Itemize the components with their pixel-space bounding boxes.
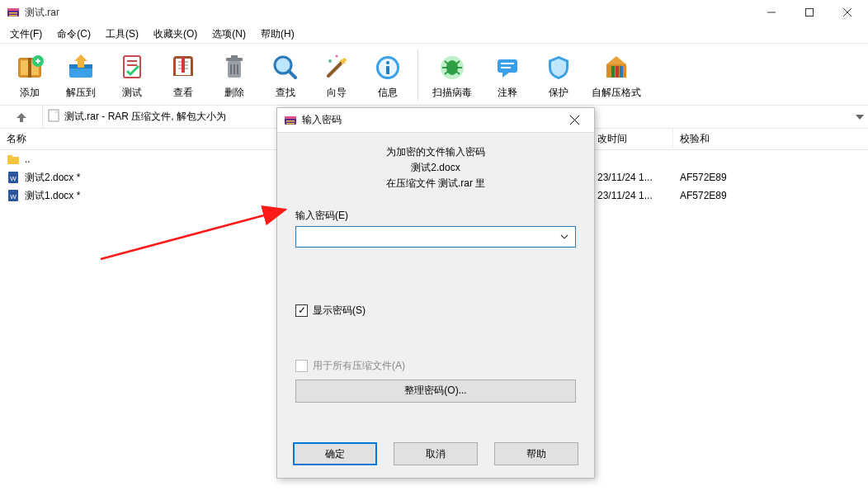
password-combobox[interactable] xyxy=(295,226,576,248)
protect-icon xyxy=(540,51,577,84)
row-name: 测试1.docx * xyxy=(25,189,80,203)
svg-line-31 xyxy=(289,71,295,78)
cancel-button-label: 取消 xyxy=(426,447,446,461)
menu-commands[interactable]: 命令(C) xyxy=(50,26,97,43)
svg-rect-64 xyxy=(285,116,296,119)
toolbar-test[interactable]: 测试 xyxy=(107,50,157,101)
svg-point-35 xyxy=(336,54,338,57)
toolbar-test-label: 测试 xyxy=(122,86,142,100)
toolbar-delete-label: 删除 xyxy=(224,86,244,100)
column-crc[interactable]: 校验和 xyxy=(673,129,764,149)
dialog-heading-line2: 测试2.docx xyxy=(295,160,576,176)
virus-scan-icon xyxy=(434,51,470,84)
cancel-button[interactable]: 取消 xyxy=(394,442,478,465)
close-button[interactable] xyxy=(828,0,866,25)
svg-point-38 xyxy=(386,61,389,64)
svg-text:W: W xyxy=(10,193,17,200)
svg-rect-26 xyxy=(231,55,238,58)
organize-passwords-button[interactable]: 整理密码(O)... xyxy=(295,380,576,403)
checkbox-icon xyxy=(295,304,308,317)
toolbar-separator xyxy=(417,50,418,101)
maximize-button[interactable] xyxy=(790,0,828,25)
window-title: 测试.rar xyxy=(25,6,59,20)
menu-favorites[interactable]: 收藏夹(O) xyxy=(147,26,204,43)
archive-add-icon xyxy=(12,51,48,84)
password-label: 输入密码(E) xyxy=(295,209,576,223)
svg-rect-53 xyxy=(620,66,623,78)
toolbar: 添加 解压到 测试 查看 删除 查找 向导 信息 扫描病毒 注释 保护 xyxy=(0,43,868,106)
toolbar-find-label: 查找 xyxy=(276,86,295,100)
use-for-all-checkbox[interactable]: 用于所有压缩文件(A) xyxy=(295,359,576,373)
svg-marker-50 xyxy=(606,56,626,64)
svg-rect-39 xyxy=(386,66,389,74)
svg-rect-2 xyxy=(9,12,17,14)
window-controls xyxy=(752,0,866,25)
toolbar-delete[interactable]: 删除 xyxy=(210,50,259,101)
dialog-heading-line3: 在压缩文件 测试.rar 里 xyxy=(295,176,576,191)
svg-text:W: W xyxy=(10,175,17,182)
password-dialog: 输入密码 为加密的文件输入密码 测试2.docx 在压缩文件 测试.rar 里 … xyxy=(276,107,595,479)
cell-mtime: 23/11/24 1... xyxy=(594,190,673,201)
pathbar-dropdown[interactable] xyxy=(851,106,868,128)
checkbox-icon xyxy=(295,360,308,372)
help-button[interactable]: 帮助 xyxy=(494,442,578,465)
menu-tools[interactable]: 工具(S) xyxy=(99,26,145,43)
docx-icon: W xyxy=(7,189,20,202)
svg-rect-23 xyxy=(182,56,185,73)
column-mtime-label: 改时间 xyxy=(597,133,627,144)
file-icon xyxy=(48,109,59,125)
pathbar-up-button[interactable] xyxy=(0,106,43,128)
svg-rect-52 xyxy=(616,66,619,78)
row-up-name: .. xyxy=(25,153,31,165)
menu-help[interactable]: 帮助(H) xyxy=(254,26,301,43)
svg-line-70 xyxy=(101,210,285,259)
svg-rect-51 xyxy=(611,66,615,78)
toolbar-extract-to[interactable]: 解压到 xyxy=(56,50,106,101)
toolbar-protect-label: 保护 xyxy=(549,86,568,100)
toolbar-add-label: 添加 xyxy=(20,86,40,100)
toolbar-add[interactable]: 添加 xyxy=(5,50,54,101)
svg-rect-25 xyxy=(226,58,243,61)
cell-crc: AF572E89 xyxy=(673,190,764,201)
toolbar-sfx[interactable]: 自解压格式 xyxy=(585,50,648,101)
dialog-heading: 为加密的文件输入密码 测试2.docx 在压缩文件 测试.rar 里 xyxy=(295,144,576,192)
toolbar-comment-label: 注释 xyxy=(498,86,517,100)
menu-options[interactable]: 选项(N) xyxy=(205,26,252,43)
toolbar-view[interactable]: 查看 xyxy=(158,50,208,101)
chevron-down-icon xyxy=(560,234,568,239)
toolbar-info[interactable]: 信息 xyxy=(363,50,413,101)
toolbar-wizard[interactable]: 向导 xyxy=(312,50,361,101)
row-name: 测试2.docx * xyxy=(25,171,80,185)
svg-point-34 xyxy=(328,59,332,63)
toolbar-protect[interactable]: 保护 xyxy=(534,50,583,101)
view-icon xyxy=(165,51,201,84)
help-button-label: 帮助 xyxy=(526,447,546,461)
cell-crc: AF572E89 xyxy=(673,172,764,183)
svg-rect-54 xyxy=(49,110,59,121)
dialog-title: 输入密码 xyxy=(302,113,558,127)
toolbar-extract-to-label: 解压到 xyxy=(66,86,96,100)
toolbar-virus-scan[interactable]: 扫描病毒 xyxy=(423,50,481,101)
find-icon xyxy=(267,51,304,84)
dialog-body: 为加密的文件输入密码 测试2.docx 在压缩文件 测试.rar 里 输入密码(… xyxy=(277,133,594,438)
column-name-label: 名称 xyxy=(7,132,26,146)
password-dropdown-arrow[interactable] xyxy=(557,234,572,239)
svg-rect-57 xyxy=(7,157,19,164)
folder-up-icon xyxy=(7,153,20,166)
svg-marker-46 xyxy=(502,73,509,78)
dialog-titlebar[interactable]: 输入密码 xyxy=(277,108,594,133)
toolbar-find[interactable]: 查找 xyxy=(261,50,310,101)
menubar: 文件(F) 命令(C) 工具(S) 收藏夹(O) 选项(N) 帮助(H) xyxy=(0,25,868,43)
menu-file[interactable]: 文件(F) xyxy=(3,26,49,43)
show-password-checkbox[interactable]: 显示密码(S) xyxy=(295,304,576,318)
toolbar-sfx-label: 自解压格式 xyxy=(592,86,641,100)
minimize-button[interactable] xyxy=(752,0,790,25)
dialog-close-button[interactable] xyxy=(558,109,591,132)
toolbar-comment[interactable]: 注释 xyxy=(483,50,532,101)
ok-button[interactable]: 确定 xyxy=(293,442,377,465)
svg-rect-66 xyxy=(286,123,295,125)
password-input[interactable] xyxy=(300,228,557,246)
wizard-icon xyxy=(318,51,355,84)
column-mtime[interactable]: 改时间 xyxy=(594,129,673,149)
docx-icon: W xyxy=(7,171,20,184)
